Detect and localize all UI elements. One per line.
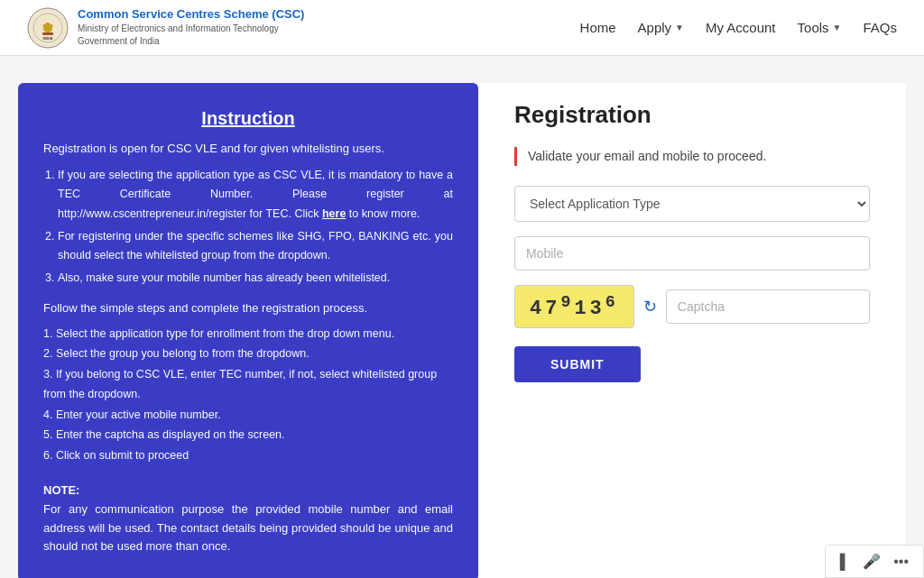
note-label: NOTE:	[43, 483, 79, 497]
instruction-note: NOTE: For any communication purpose the …	[43, 482, 453, 556]
here-link[interactable]: here	[322, 207, 346, 220]
svg-rect-6	[46, 23, 50, 29]
main-content: Instruction Registration is open for CSC…	[0, 56, 924, 578]
list-item: If you are selecting the application typ…	[58, 166, 453, 224]
registration-title: Registration	[514, 101, 870, 129]
step-2: 2. Select the group you belong to from t…	[43, 344, 453, 364]
step-1: 1. Select the application type for enrol…	[43, 324, 453, 344]
validate-text: Validate your email and mobile to procee…	[528, 149, 766, 163]
instruction-panel: Instruction Registration is open for CSC…	[18, 83, 478, 578]
captcha-row: 479136 ↻	[514, 285, 870, 328]
mobile-group	[514, 236, 870, 271]
svg-text:INDIA: INDIA	[43, 36, 53, 41]
apply-dropdown-arrow: ▼	[675, 23, 684, 32]
header: INDIA Common Service Centres Scheme (CSC…	[0, 0, 924, 56]
instruction-follow: Follow the simple steps and complete the…	[43, 301, 453, 315]
list-item: Also, make sure your mobile number has a…	[58, 269, 453, 288]
instruction-title: Instruction	[43, 108, 453, 129]
tools-dropdown-arrow: ▼	[833, 23, 842, 32]
submit-button[interactable]: SUBMIT	[514, 346, 641, 382]
logo-text: Common Service Centres Scheme (CSC) Mini…	[78, 7, 304, 48]
bottom-bar: ▌ 🎤 •••	[825, 545, 924, 578]
nav-apply[interactable]: Apply ▼	[638, 20, 684, 35]
nav-tools[interactable]: Tools ▼	[798, 20, 842, 35]
logo-emblem: INDIA	[27, 7, 69, 49]
bottom-bar-mic-icon[interactable]: 🎤	[863, 553, 881, 570]
note-text: For any communication purpose the provid…	[43, 502, 453, 554]
nav-my-account[interactable]: My Account	[706, 20, 776, 35]
instruction-steps: 1. Select the application type for enrol…	[43, 324, 453, 466]
validate-notice: Validate your email and mobile to procee…	[514, 147, 870, 166]
step-3: 3. If you belong to CSC VLE, enter TEC n…	[43, 364, 453, 405]
logo-sub2: Government of India	[78, 35, 304, 48]
list-item: For registering under the specific schem…	[58, 227, 453, 266]
nav-faqs[interactable]: FAQs	[863, 20, 897, 35]
captcha-refresh-icon[interactable]: ↻	[643, 297, 657, 317]
registration-panel: Registration Validate your email and mob…	[478, 83, 906, 578]
mobile-input[interactable]	[514, 236, 870, 271]
captcha-input[interactable]	[666, 289, 870, 324]
svg-rect-2	[42, 32, 53, 35]
app-type-select[interactable]: Select Application Type	[514, 186, 870, 222]
step-4: 4. Enter your active mobile number.	[43, 405, 453, 426]
app-type-group: Select Application Type	[514, 186, 870, 222]
instruction-list: If you are selecting the application typ…	[43, 166, 453, 289]
main-nav: Home Apply ▼ My Account Tools ▼ FAQs	[580, 20, 897, 35]
logo-title: Common Service Centres Scheme (CSC)	[78, 7, 304, 23]
step-6: 6. Click on submit to proceed	[43, 445, 453, 466]
bottom-bar-cursor-icon[interactable]: ▌	[840, 554, 850, 570]
logo-area: INDIA Common Service Centres Scheme (CSC…	[27, 7, 304, 49]
step-5: 5. Enter the captcha as displayed on the…	[43, 425, 453, 445]
captcha-image: 479136	[514, 285, 634, 328]
bottom-bar-more-icon[interactable]: •••	[893, 554, 909, 570]
instruction-intro: Registration is open for CSC VLE and for…	[43, 142, 453, 155]
logo-sub1: Ministry of Electronics and Information …	[78, 23, 304, 35]
nav-home[interactable]: Home	[580, 20, 616, 35]
